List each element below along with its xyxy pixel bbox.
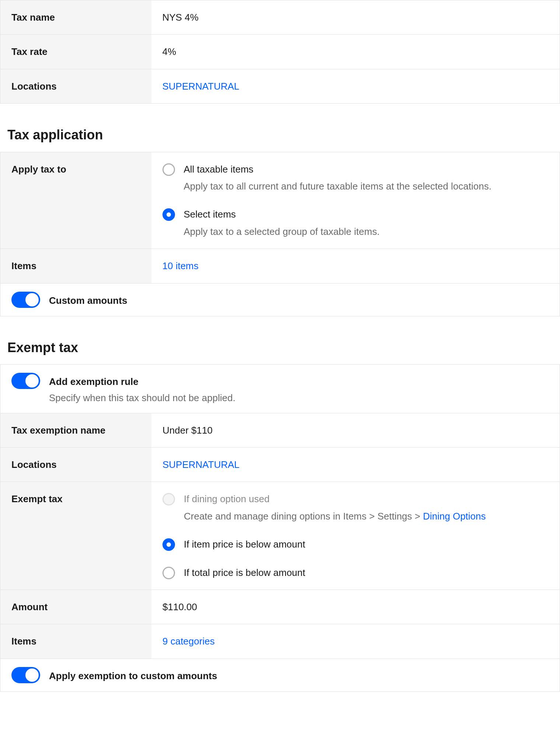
custom-amounts-label: Custom amounts: [49, 292, 127, 307]
exemption-name-label: Tax exemption name: [0, 413, 151, 447]
tax-rate-value: 4%: [151, 35, 560, 69]
exempt-dining-label: If dining option used: [184, 492, 486, 506]
amount-label: Amount: [0, 590, 151, 624]
amount-value: $110.00: [151, 590, 560, 624]
apply-select-desc: Apply tax to a selected group of taxable…: [184, 225, 380, 238]
exempt-item-price-option[interactable]: If item price is below amount: [162, 538, 549, 551]
tax-rate-label: Tax rate: [0, 35, 151, 69]
locations-link[interactable]: SUPERNATURAL: [162, 81, 239, 92]
apply-tax-to-label: Apply tax to: [0, 152, 151, 249]
add-exemption-toggle[interactable]: [11, 373, 40, 389]
exempt-tax-title: Exempt tax: [0, 338, 560, 364]
exempt-dining-desc: Create and manage dining options in Item…: [184, 510, 486, 523]
exempt-total-price-label: If total price is below amount: [184, 566, 305, 579]
exempt-locations-label: Locations: [0, 448, 151, 482]
apply-select-option[interactable]: Select items Apply tax to a selected gro…: [162, 208, 549, 238]
locations-label: Locations: [0, 69, 151, 103]
tax-application-title: Tax application: [0, 126, 560, 152]
apply-all-option[interactable]: All taxable items Apply tax to all curre…: [162, 163, 549, 193]
exempt-locations-link[interactable]: SUPERNATURAL: [162, 459, 239, 470]
radio-selected-icon[interactable]: [162, 208, 175, 221]
apply-all-desc: Apply tax to all current and future taxa…: [184, 180, 491, 193]
apply-exemption-custom-label: Apply exemption to custom amounts: [49, 667, 217, 682]
tax-name-label: Tax name: [0, 0, 151, 35]
radio-unselected-icon[interactable]: [162, 567, 175, 579]
exempt-dining-option: If dining option used Create and manage …: [162, 492, 549, 523]
apply-exemption-custom-toggle[interactable]: [11, 667, 40, 683]
apply-all-label: All taxable items: [184, 163, 491, 176]
exempt-items-link[interactable]: 9 categories: [162, 636, 215, 647]
radio-unselected-icon[interactable]: [162, 163, 175, 176]
tax-name-value: NYS 4%: [151, 0, 560, 35]
exempt-tax-label: Exempt tax: [0, 482, 151, 590]
custom-amounts-toggle[interactable]: [11, 292, 40, 308]
exempt-total-price-option[interactable]: If total price is below amount: [162, 566, 549, 579]
items-link[interactable]: 10 items: [162, 260, 199, 271]
tax-application-table: Apply tax to All taxable items Apply tax…: [0, 152, 560, 316]
exempt-tax-panel: Add exemption rule Specify when this tax…: [0, 364, 560, 692]
add-exemption-label: Add exemption rule: [49, 373, 235, 388]
items-label: Items: [0, 249, 151, 283]
radio-selected-icon[interactable]: [162, 538, 175, 551]
exemption-name-value: Under $110: [151, 413, 560, 447]
add-exemption-desc: Specify when this tax should not be appl…: [49, 391, 235, 404]
tax-details-table: Tax name NYS 4% Tax rate 4% Locations SU…: [0, 0, 560, 104]
exempt-items-label: Items: [0, 624, 151, 659]
dining-options-link[interactable]: Dining Options: [423, 511, 486, 522]
radio-disabled-icon: [162, 493, 175, 506]
apply-select-label: Select items: [184, 208, 380, 221]
exempt-item-price-label: If item price is below amount: [184, 538, 305, 551]
